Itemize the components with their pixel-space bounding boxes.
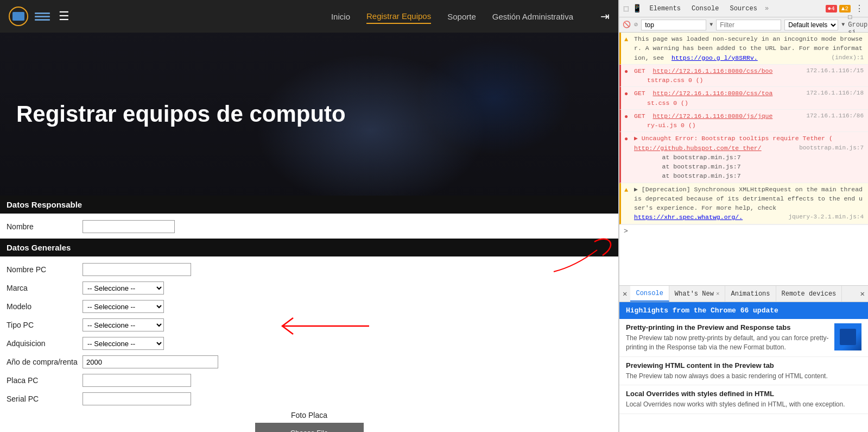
label-serial-pc: Serial PC [7,395,83,403]
highlight-desc-3: Local Overrides now works with styles de… [626,400,861,409]
console-text-5b: at bootstrap.min.js:7 [634,154,741,161]
highlight-desc-1: The Preview tab now pretty-prints by def… [626,334,861,352]
console-text-2b: tstrap.css 0 () [634,77,704,84]
form-group-tipo-pc: Tipo PC -- Seleccione -- [0,318,618,331]
bottom-tab-remote-devices[interactable]: Remote devices [776,286,842,302]
console-link-5a[interactable]: http://github.hubspot.com/te ther/ [634,145,762,152]
navbar-brand: ☰ [9,7,69,26]
nav-links: Inicio Registrar Equipos Soporte Gestión… [331,9,610,24]
console-right-2: 172.16.1.116:/15 [806,66,864,76]
default-levels-arrow: ▼ [841,22,845,28]
label-nombre: Nombre [7,222,83,231]
console-filter-input[interactable] [641,20,706,30]
form-group-nombre: Nombre [0,220,618,233]
label-adquisicion: Adquisicion [7,339,83,348]
bottom-close-x[interactable]: ✕ [857,289,868,298]
section-header-responsable: Datos Responsable [0,196,618,214]
nav-gestion-administrativa[interactable]: Gestión Administrativa [492,10,573,23]
console-entry-1: ▲ This page was loaded non-securely in a… [619,33,868,65]
select-marca[interactable]: -- Seleccione -- [83,281,164,295]
devtools-tabs-chevron[interactable]: » [765,5,769,12]
highlights-panel: Highlights from the Chrome 66 update Pre… [619,302,868,432]
console-link-1[interactable]: https://goo.g l/y8SRRv. [671,54,758,61]
warn-icon-1: ▲ [624,35,628,45]
nav-arrow-icon[interactable]: ⇥ [600,10,610,23]
devtools-dock-icon[interactable]: ⬚ [624,4,628,13]
highlights-header: Highlights from the Chrome 66 update [619,302,868,319]
console-right-6: jquery-3.2.1.min.js:4 [788,212,864,222]
bottom-tab-console[interactable]: Console [630,286,669,302]
select-tipo-pc[interactable]: -- Seleccione -- [83,318,164,331]
bottom-tab-whatsnew-close[interactable]: × [716,291,720,297]
input-placa-pc[interactable] [83,374,191,387]
console-text-filter[interactable] [716,20,781,30]
highlight-item-1: Pretty-printing in the Preview and Respo… [619,319,868,357]
form-group-serial-pc: Serial PC [0,392,618,405]
console-link-2a[interactable]: http://172.16.1.116:8080/css/boo [653,67,773,74]
default-levels-select[interactable]: Default levels [784,20,838,30]
devtools-tab-elements[interactable]: Elements [646,4,684,14]
navbar: ☰ Inicio Registrar Equipos Soporte Gesti… [0,0,618,33]
err-icon-2: ● [624,67,628,77]
input-nombre-pc[interactable] [83,263,191,276]
nav-registrar-equipos[interactable]: Registrar Equipos [366,9,431,24]
main-panel: ☰ Inicio Registrar Equipos Soporte Gesti… [0,0,619,432]
label-placa-pc: Placa PC [7,376,83,385]
bottom-tab-whatsnew-label: What's New [675,290,714,298]
form-group-marca: Marca -- Seleccione -- [0,281,618,295]
highlight-title-1: Pretty-printing in the Preview and Respo… [626,323,861,331]
bottom-close-icon[interactable]: ✕ [619,289,630,298]
bottom-tab-animations[interactable]: Animations [725,286,776,302]
console-link-3a[interactable]: http://172.16.1.116:8080/css/toa [653,90,773,97]
highlight-thumb-1 [834,323,861,350]
filter-dropdown-arrow[interactable]: ▼ [709,22,713,28]
section-header-generales: Datos Generales [0,239,618,256]
console-text-4: GET [634,112,649,120]
console-text-2: GET [634,67,649,74]
devtools-bottom-tabs: ✕ Console What's New × Animations Remote… [619,285,868,302]
console-right-5: bootstrap.min.js:7 [799,143,864,153]
err-icon-4: ● [624,112,628,122]
devtools-topbar: ⬚ 📱 Elements Console Sources » ●4 ▲2 ⋮ [619,0,868,17]
console-text-4b: ry-ui.js 0 () [634,122,696,129]
console-entry-3: ● GET http://172.16.1.116:8080/css/toa 1… [619,87,868,110]
nav-inicio[interactable]: Inicio [331,10,350,23]
bottom-tab-animations-label: Animations [731,290,770,298]
devtools-tab-sources[interactable]: Sources [726,4,760,14]
input-anio[interactable] [83,355,218,368]
error-badge: ●4 [826,5,837,12]
no-icon[interactable]: 🚫 [623,21,631,29]
brand-icon-circle [9,7,28,26]
console-output: ▲ This page was loaded non-securely in a… [619,33,868,285]
label-tipo-pc: Tipo PC [7,321,83,329]
select-modelo[interactable]: -- Seleccione -- [83,300,164,313]
hero-title: Registrar equipos de computo [16,101,346,127]
console-text-5d: at bootstrap.min.js:7 [634,172,741,179]
hamburger-menu[interactable]: ☰ [59,9,69,23]
form-group-nombre-pc: Nombre PC [0,263,618,276]
devtools-panel: ⬚ 📱 Elements Console Sources » ●4 ▲2 ⋮ 🚫… [619,0,868,432]
console-entry-4: ● GET http://172.16.1.116:8080/js/jque 1… [619,110,868,133]
devtools-filterbar: 🚫 ⊘ ▼ Default levels ▼ □ Group si [619,17,868,33]
input-nombre[interactable] [83,220,175,233]
highlight-item-2: Previewing HTML content in the Preview t… [619,357,868,386]
brand-line-1 [35,12,50,14]
console-right-3: 172.16.1.116:/18 [806,89,864,98]
input-serial-pc[interactable] [83,392,191,405]
console-text-6a: ▶ [Deprecation] Synchronous XMLHttpReque… [634,186,866,212]
console-link-4a[interactable]: http://172.16.1.116:8080/js/jque [653,112,773,120]
label-nombre-pc: Nombre PC [7,265,83,274]
nav-soporte[interactable]: Soporte [447,10,476,23]
choose-file-button[interactable]: Choose File [255,423,364,432]
console-prompt[interactable]: > [619,224,868,237]
label-modelo: Modelo [7,302,83,311]
devtools-badges: ●4 ▲2 [826,5,851,12]
select-adquisicion[interactable]: -- Seleccione -- [83,337,164,350]
bottom-tab-console-label: Console [636,290,663,297]
devtools-mobile-icon[interactable]: 📱 [632,4,642,13]
console-right-4: 172.16.1.116:/86 [806,111,864,121]
bottom-tab-whatsnew[interactable]: What's New × [669,286,726,302]
devtools-tab-console[interactable]: Console [688,4,722,14]
devtools-more-icon[interactable]: ⋮ [855,3,864,14]
console-link-6a[interactable]: https://xhr.spec.whatwg.org/. [634,214,743,221]
